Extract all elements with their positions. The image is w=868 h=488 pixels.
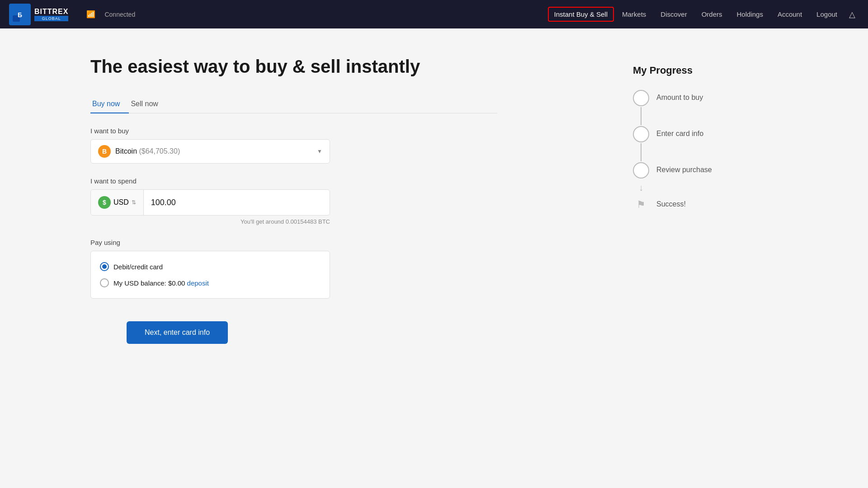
svg-text:Б: Б bbox=[18, 11, 22, 19]
spend-label: I want to spend bbox=[90, 177, 497, 185]
buy-label: I want to buy bbox=[90, 127, 497, 135]
tab-sell-now[interactable]: Sell now bbox=[129, 95, 167, 113]
main-nav: Instant Buy & Sell Markets Discover Orde… bbox=[548, 6, 859, 23]
crypto-selector[interactable]: B Bitcoin ($64,705.30) ▼ bbox=[90, 139, 330, 164]
logo-global: GLOBAL bbox=[34, 16, 68, 21]
flag-icon: ⚑ bbox=[633, 197, 649, 213]
step-connector-2 bbox=[641, 143, 642, 161]
header: Б BITTREX GLOBAL 📶 Connected Instant Buy… bbox=[0, 0, 868, 28]
nav-logout[interactable]: Logout bbox=[810, 7, 844, 22]
conversion-hint: You'll get around 0.00154483 BTC bbox=[90, 218, 330, 225]
bitcoin-icon: B bbox=[98, 145, 111, 158]
step-connector-1 bbox=[641, 107, 642, 125]
nav-discover[interactable]: Discover bbox=[654, 7, 693, 22]
logo: Б BITTREX GLOBAL bbox=[9, 4, 68, 25]
content-area: The easiest way to buy & sell instantly … bbox=[90, 56, 497, 344]
next-button[interactable]: Next, enter card info bbox=[127, 321, 228, 344]
step-3-label: Review purchase bbox=[656, 162, 712, 174]
main-layout: The easiest way to buy & sell instantly … bbox=[0, 28, 868, 371]
spend-amount-input[interactable] bbox=[144, 192, 330, 214]
step-2-circle bbox=[633, 126, 649, 142]
progress-title: My Progress bbox=[633, 65, 778, 76]
chevron-down-icon: ▼ bbox=[317, 148, 322, 155]
crypto-price: ($64,705.30) bbox=[139, 147, 180, 155]
radio-balance-icon bbox=[100, 278, 109, 287]
pay-option-balance[interactable]: My USD balance: $0.00 deposit bbox=[100, 275, 321, 291]
user-icon[interactable]: △ bbox=[845, 6, 859, 23]
logo-text: BITTREX GLOBAL bbox=[34, 8, 68, 21]
wifi-icon: 📶 bbox=[86, 10, 95, 19]
progress-steps: Amount to buy Enter card info ↓ Review p… bbox=[633, 90, 778, 213]
progress-step-3: ↓ Review purchase bbox=[633, 162, 778, 197]
logo-bittrex: BITTREX bbox=[34, 8, 68, 16]
progress-step-2: Enter card info bbox=[633, 126, 778, 162]
progress-step-1: Amount to buy bbox=[633, 90, 778, 126]
buy-sell-tabs: Buy now Sell now bbox=[90, 95, 497, 113]
deposit-link[interactable]: deposit bbox=[187, 279, 209, 287]
buy-section: I want to buy B Bitcoin ($64,705.30) ▼ bbox=[90, 127, 497, 164]
nav-instant-buy-sell[interactable]: Instant Buy & Sell bbox=[548, 7, 614, 22]
progress-sidebar: My Progress Amount to buy Enter card inf… bbox=[633, 56, 778, 344]
progress-step-4: ⚑ Success! bbox=[633, 197, 778, 213]
nav-account[interactable]: Account bbox=[771, 7, 808, 22]
logo-icon: Б bbox=[9, 4, 31, 25]
usd-icon: $ bbox=[98, 196, 111, 209]
step-1-circle bbox=[633, 90, 649, 106]
radio-card-icon bbox=[100, 262, 109, 271]
step-4-label: Success! bbox=[656, 197, 686, 208]
connection-status: Connected bbox=[104, 11, 135, 18]
pay-option-card-label: Debit/credit card bbox=[113, 263, 163, 271]
pay-options-box: Debit/credit card My USD balance: $0.00 … bbox=[90, 251, 330, 299]
pay-option-balance-label: My USD balance: $0.00 deposit bbox=[113, 279, 209, 287]
nav-holdings[interactable]: Holdings bbox=[731, 7, 769, 22]
crypto-selector-left: B Bitcoin ($64,705.30) bbox=[98, 145, 180, 158]
step-3-circle bbox=[633, 162, 649, 178]
pay-using-label: Pay using bbox=[90, 239, 497, 246]
page-title: The easiest way to buy & sell instantly bbox=[90, 56, 497, 77]
currency-label: USD bbox=[113, 198, 129, 206]
spend-section: I want to spend $ USD ⇅ You'll get aroun… bbox=[90, 177, 497, 225]
step-2-label: Enter card info bbox=[656, 126, 703, 138]
pay-option-card[interactable]: Debit/credit card bbox=[100, 258, 321, 275]
tab-buy-now[interactable]: Buy now bbox=[90, 95, 129, 113]
crypto-name: Bitcoin ($64,705.30) bbox=[115, 147, 180, 155]
arrow-down-icon: ↓ bbox=[633, 178, 649, 197]
nav-orders[interactable]: Orders bbox=[695, 7, 729, 22]
pay-section: Pay using Debit/credit card My USD balan… bbox=[90, 239, 497, 299]
spend-input-container: $ USD ⇅ bbox=[90, 189, 330, 216]
currency-arrows-icon: ⇅ bbox=[132, 199, 136, 206]
step-1-label: Amount to buy bbox=[656, 90, 703, 102]
currency-selector[interactable]: $ USD ⇅ bbox=[91, 190, 144, 215]
nav-markets[interactable]: Markets bbox=[616, 7, 652, 22]
